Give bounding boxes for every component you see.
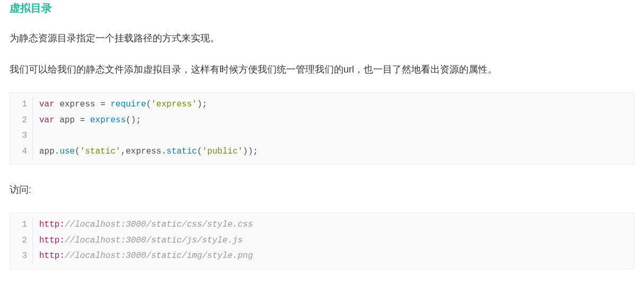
- code-line: 1var express = require('express');: [10, 97, 634, 113]
- code-line: 2http://localhost:3000/static/js/style.j…: [10, 233, 634, 249]
- code-content: app.use('static',express.static('public'…: [32, 144, 258, 160]
- line-number: 2: [10, 233, 32, 249]
- line-number: 2: [10, 113, 32, 129]
- line-number: 4: [10, 144, 32, 160]
- line-number: 3: [10, 128, 32, 144]
- line-number: 3: [10, 248, 32, 264]
- code-line: 3: [10, 128, 634, 144]
- paragraph-intro-1: 为静态资源目录指定一个挂载路径的方式来实现。: [10, 30, 634, 47]
- code-line: 2var app = express();: [10, 113, 634, 129]
- paragraph-access: 访问:: [10, 182, 634, 198]
- code-content: var app = express();: [32, 113, 141, 129]
- section-heading: 虚拟目录: [10, 0, 634, 15]
- code-line: 4app.use('static',express.static('public…: [10, 144, 634, 160]
- code-block-1: 1var express = require('express');2var a…: [10, 92, 634, 164]
- code-block-2: 1http://localhost:3000/static/css/style.…: [10, 212, 634, 269]
- code-content: [32, 128, 45, 144]
- code-content: http://localhost:3000/static/js/style.js: [32, 233, 243, 249]
- code-content: http://localhost:3000/static/css/style.c…: [32, 217, 253, 233]
- code-content: var express = require('express');: [32, 97, 207, 113]
- line-number: 1: [10, 97, 32, 113]
- paragraph-intro-2: 我们可以给我们的静态文件添加虚拟目录，这样有时候方便我们统一管理我们的url，也…: [10, 61, 634, 78]
- code-line: 3http://localhost:3000/static/img/style.…: [10, 248, 634, 264]
- code-content: http://localhost:3000/static/img/style.p…: [32, 248, 253, 264]
- code-line: 1http://localhost:3000/static/css/style.…: [10, 217, 634, 233]
- line-number: 1: [10, 217, 32, 233]
